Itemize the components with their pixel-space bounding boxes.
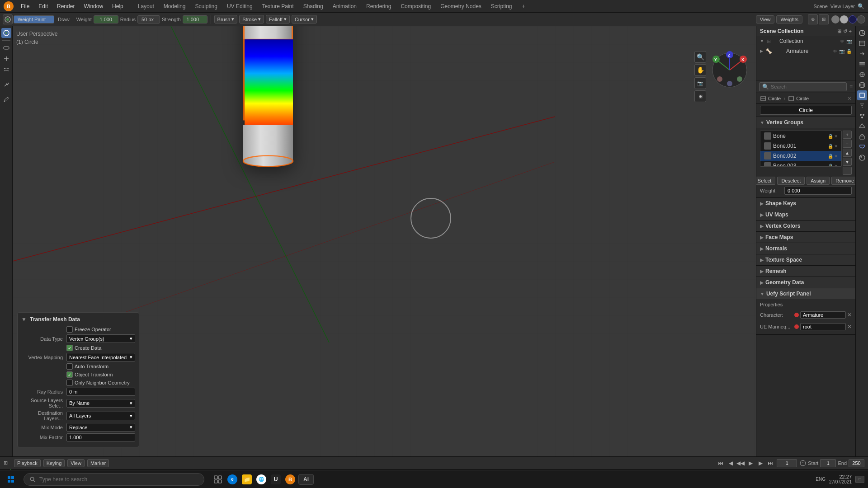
vg-del001-icon[interactable]: ✕ <box>834 144 838 149</box>
sync-icon[interactable]: ↺ <box>843 28 847 34</box>
radius-value[interactable]: 50 px <box>137 15 160 23</box>
notification-btn[interactable]: □ <box>855 476 864 483</box>
vertex-colors-header[interactable]: ▶ Vertex Colors <box>756 221 855 231</box>
tool-average[interactable] <box>1 54 11 64</box>
frame-back-btn[interactable]: ◀ <box>727 460 734 467</box>
prop-tab-view-layer[interactable] <box>857 59 867 69</box>
tool-blur[interactable] <box>1 43 11 53</box>
jump-end-btn[interactable]: ⏭ <box>767 460 774 467</box>
taskbar-blender[interactable]: B <box>284 473 297 486</box>
armature-hide-icon[interactable]: 🔒 <box>846 49 852 54</box>
vg-lock003-icon[interactable]: 🔒 <box>828 164 833 167</box>
vg-add-btn[interactable]: + <box>843 131 852 139</box>
vg-lock001-icon[interactable]: 🔒 <box>828 144 833 149</box>
collection-eye-icon[interactable]: 👁 <box>840 39 844 44</box>
start-button[interactable] <box>4 472 18 487</box>
object-transform-checkbox[interactable] <box>66 371 73 378</box>
data-type-value[interactable]: Vertex Group(s)▾ <box>66 334 135 343</box>
weight-value[interactable]: 1.000 <box>94 15 118 23</box>
keying-dropdown[interactable]: Keying <box>43 459 65 467</box>
taskbar-search-input[interactable] <box>39 476 130 483</box>
vg-remove-btn[interactable]: − <box>843 140 852 148</box>
prop-tab-scene2[interactable] <box>857 70 867 80</box>
armature-item[interactable]: ▶ 🦴 Armature 👁 📷 🔒 <box>756 46 855 56</box>
breadcrumb-item-2[interactable]: Circle <box>788 95 809 102</box>
tab-scripting[interactable]: Scripting <box>486 2 517 11</box>
only-neighbor-checkbox[interactable] <box>66 380 73 386</box>
falloff-dropdown[interactable]: Falloff ▾ <box>266 15 290 23</box>
properties-search-input[interactable] <box>771 84 844 89</box>
normals-header[interactable]: ▶ Normals <box>756 243 855 254</box>
vg-list[interactable]: Bone 🔒 ✕ Bone.001 <box>760 131 842 167</box>
vg-misc-btn[interactable]: ⋯ <box>843 167 852 175</box>
view-btn[interactable]: View <box>756 15 775 23</box>
taskbar-unreal[interactable]: U <box>269 473 282 486</box>
tool-smear[interactable] <box>1 65 11 75</box>
start-frame-field[interactable]: 1 <box>820 459 836 467</box>
search-icon[interactable]: 🔍 <box>858 3 864 9</box>
shading-wireframe[interactable] <box>857 15 865 23</box>
collection-item[interactable]: ▼ ⊞ Collection 👁 📷 <box>756 36 855 46</box>
playback-dropdown[interactable]: Playback <box>14 459 41 467</box>
texture-space-header[interactable]: ▶ Texture Space <box>756 254 855 265</box>
menu-window[interactable]: Window <box>80 2 107 10</box>
vg-remove-weight-btn[interactable]: Remove <box>831 177 855 185</box>
geometry-data-header[interactable]: ▶ Geometry Data <box>756 277 855 288</box>
tool-annotate[interactable] <box>1 94 11 104</box>
dest-layers-value[interactable]: All Layers▾ <box>66 412 135 420</box>
tab-layout[interactable]: Layout <box>133 2 159 11</box>
shape-keys-header[interactable]: ▶ Shape Keys <box>756 198 855 209</box>
play-reverse-btn[interactable]: ◀◀ <box>737 460 744 467</box>
mix-mode-value[interactable]: Replace▾ <box>66 423 135 432</box>
current-frame-display[interactable]: 1 <box>777 459 797 467</box>
vg-lock-icon[interactable]: 🔒 <box>828 134 833 139</box>
vg-del002-icon[interactable]: ✕ <box>834 154 838 159</box>
taskbar-explorer[interactable]: 📁 <box>241 473 253 486</box>
tab-rendering[interactable]: Rendering <box>362 2 396 11</box>
character-value-field[interactable]: Armature <box>800 311 846 319</box>
brush-dropdown[interactable]: Brush ▾ <box>214 15 238 23</box>
tl-view-dropdown[interactable]: View <box>67 459 85 467</box>
menu-edit[interactable]: Edit <box>35 2 52 10</box>
end-frame-field[interactable]: 250 <box>849 459 864 467</box>
vg-del-icon[interactable]: ✕ <box>834 134 838 139</box>
tab-compositing[interactable]: Compositing <box>396 2 435 11</box>
create-data-checkbox[interactable] <box>66 345 73 351</box>
collection-render-icon[interactable]: 📷 <box>846 39 852 44</box>
ue-close-btn[interactable]: ✕ <box>847 324 852 330</box>
vg-select-btn[interactable]: Select <box>756 177 775 185</box>
grid-toggle-btn[interactable]: ⊞ <box>694 90 706 102</box>
shading-solid[interactable] <box>831 15 840 23</box>
toggle-gizmo-btn[interactable]: ⊞ <box>819 14 829 24</box>
vg-bone[interactable]: Bone 🔒 ✕ <box>760 131 841 141</box>
face-maps-header[interactable]: ▶ Face Maps <box>756 232 855 243</box>
prop-tab-output[interactable] <box>857 49 867 59</box>
frame-forward-btn[interactable]: ▶ <box>757 460 764 467</box>
prop-tab-constraints[interactable] <box>857 132 867 142</box>
object-name-field[interactable]: Circle <box>760 106 852 115</box>
filter-icon[interactable]: ⊞ <box>837 28 841 34</box>
vg-bone003[interactable]: Bone.003 🔒 ✕ <box>760 161 841 167</box>
cursor-dropdown[interactable]: Cursor ▾ <box>292 15 317 23</box>
vg-weight-value[interactable]: 0.000 <box>784 187 852 195</box>
source-layers-value[interactable]: By Name▾ <box>66 399 135 408</box>
strength-value[interactable]: 1.000 <box>183 15 208 23</box>
timeline-sidebar-toggle[interactable]: ⊞ <box>4 460 8 466</box>
navigation-gizmo[interactable]: X Y Z <box>711 51 749 89</box>
tab-modeling[interactable]: Modeling <box>159 2 190 11</box>
prop-tab-modifier[interactable] <box>857 101 867 111</box>
prop-tab-object[interactable] <box>857 90 867 100</box>
menu-file[interactable]: File <box>17 2 33 10</box>
tab-sculpting[interactable]: Sculpting <box>191 2 222 11</box>
viewport-3d[interactable]: User Perspective (1) Circle <box>13 26 756 456</box>
weights-btn[interactable]: Weights <box>776 15 802 23</box>
tool-sample[interactable] <box>1 80 11 89</box>
prop-tab-world[interactable] <box>857 80 867 90</box>
menu-help[interactable]: Help <box>108 2 127 10</box>
vg-deselect-btn[interactable]: Deselect <box>777 177 805 185</box>
pan-btn[interactable]: ✋ <box>694 64 706 76</box>
toggle-overlay-btn[interactable]: ⊕ <box>808 14 818 24</box>
prop-tab-physics[interactable] <box>857 122 867 131</box>
stroke-dropdown[interactable]: Stroke ▾ <box>239 15 264 23</box>
vertex-groups-header[interactable]: ▼ Vertex Groups <box>756 117 855 128</box>
